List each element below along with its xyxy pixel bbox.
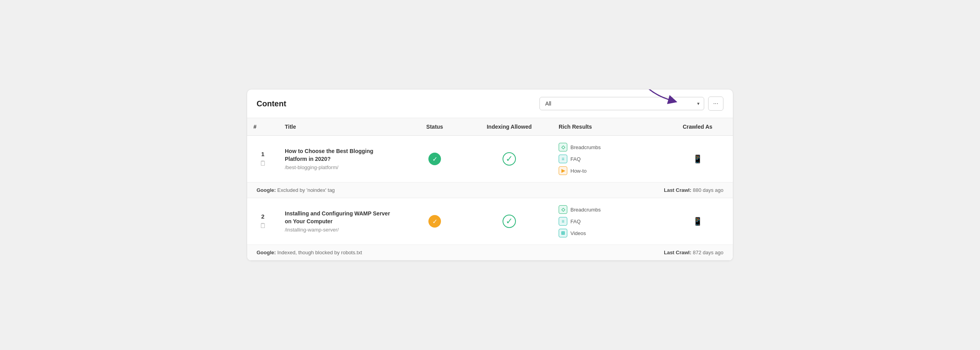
rich-result-faq-1: ≡ FAQ	[559, 155, 656, 163]
indexing-check-icon-1: ✓	[503, 152, 516, 166]
row-1-rich-results: ◇ Breadcrumbs ≡ FAQ ▶ How-to	[552, 136, 662, 182]
row-2-crawled-as: 📱	[662, 210, 733, 233]
row-2-footer-crawl: Last Crawl: 872 days ago	[664, 250, 723, 255]
rich-label-faq-1: FAQ	[570, 156, 581, 162]
col-rich-results: Rich Results	[552, 118, 662, 135]
row-2-status: ✓	[403, 208, 466, 235]
rich-result-videos-2: ⊞ Videos	[559, 229, 656, 237]
rich-result-faq-2: ≡ FAQ	[559, 217, 656, 226]
faq-icon: ≡	[559, 155, 567, 163]
row-num-2: 2 🗒	[253, 213, 272, 230]
row-2-number: 2	[261, 213, 264, 220]
row-1-number: 1	[261, 151, 264, 157]
col-crawled-as: Crawled As	[662, 118, 733, 135]
breadcrumbs-icon: ◇	[559, 143, 567, 151]
status-orange-icon: ✓	[428, 215, 441, 228]
table-row: 1 🗒 How to Choose the Best Blogging Plat…	[247, 136, 733, 182]
indexing-check-icon-2: ✓	[503, 215, 516, 228]
row-1-title: How to Choose the Best Blogging Platform…	[285, 148, 397, 163]
table-row-group-1: 1 🗒 How to Choose the Best Blogging Plat…	[247, 136, 733, 198]
status-green-icon: ✓	[428, 153, 441, 165]
row-1-crawled-as: 📱	[662, 147, 733, 171]
row-1-footer: Google: Excluded by 'noindex' tag Last C…	[247, 182, 733, 198]
rich-results-list-2: ◇ Breadcrumbs ≡ FAQ ⊞ Videos	[559, 205, 656, 237]
row-2-title: Installing and Configuring WAMP Server o…	[285, 210, 397, 225]
document-icon: 🗒	[260, 160, 266, 168]
row-1-num: 1 🗒	[247, 144, 279, 175]
row-2-num: 2 🗒	[247, 206, 279, 237]
row-1-title-cell: How to Choose the Best Blogging Platform…	[279, 140, 403, 177]
card-header: Content All ▾ ···	[247, 89, 733, 118]
row-2-footer: Google: Indexed, though blocked by robot…	[247, 244, 733, 260]
row-2-url: /installing-wamp-server/	[285, 227, 397, 233]
row-1-url: /best-blogging-platform/	[285, 164, 397, 170]
card-title: Content	[257, 99, 286, 108]
rich-label-breadcrumbs-2: Breadcrumbs	[570, 207, 601, 213]
rich-result-howto-1: ▶ How-to	[559, 166, 656, 175]
howto-icon: ▶	[559, 166, 567, 175]
row-1-footer-google: Google: Excluded by 'noindex' tag	[257, 187, 335, 193]
filter-dropdown[interactable]: All	[539, 97, 704, 110]
row-1-status: ✓	[403, 146, 466, 172]
mobile-icon-1: 📱	[693, 154, 703, 164]
faq-icon-2: ≡	[559, 217, 567, 226]
row-1-footer-crawl: Last Crawl: 880 days ago	[664, 187, 723, 193]
mobile-icon-2: 📱	[693, 217, 703, 226]
content-card: Content All ▾ ··· #	[247, 89, 733, 261]
rich-result-breadcrumbs-1: ◇ Breadcrumbs	[559, 143, 656, 151]
filter-dropdown-wrapper: All ▾	[539, 97, 704, 110]
col-indexing: Indexing Allowed	[466, 118, 552, 135]
header-right: All ▾ ···	[539, 97, 723, 111]
videos-icon: ⊞	[559, 229, 567, 237]
col-status: Status	[403, 118, 466, 135]
col-title: Title	[279, 118, 403, 135]
table-row-group-2: 2 🗒 Installing and Configuring WAMP Serv…	[247, 198, 733, 261]
rich-result-breadcrumbs-2: ◇ Breadcrumbs	[559, 205, 656, 214]
rich-label-faq-2: FAQ	[570, 219, 581, 224]
row-num-1: 1 🗒	[253, 151, 272, 168]
row-2-indexing: ✓	[466, 208, 552, 235]
more-options-button[interactable]: ···	[708, 97, 723, 111]
rich-label-breadcrumbs-1: Breadcrumbs	[570, 144, 601, 150]
row-2-title-cell: Installing and Configuring WAMP Server o…	[279, 203, 403, 240]
rich-label-howto-1: How-to	[570, 168, 587, 174]
row-2-rich-results: ◇ Breadcrumbs ≡ FAQ ⊞ Videos	[552, 198, 662, 244]
document-icon-2: 🗒	[260, 222, 266, 230]
rich-label-videos-2: Videos	[570, 230, 586, 236]
title-cell-2: Installing and Configuring WAMP Server o…	[285, 210, 397, 233]
rich-results-list-1: ◇ Breadcrumbs ≡ FAQ ▶ How-to	[559, 143, 656, 175]
table-row: 2 🗒 Installing and Configuring WAMP Serv…	[247, 198, 733, 244]
title-cell-1: How to Choose the Best Blogging Platform…	[285, 148, 397, 170]
breadcrumbs-icon-2: ◇	[559, 205, 567, 214]
row-2-footer-google: Google: Indexed, though blocked by robot…	[257, 250, 362, 255]
col-num: #	[247, 118, 279, 135]
row-1-indexing: ✓	[466, 145, 552, 173]
table-header: # Title Status Indexing Allowed Rich Res…	[247, 118, 733, 136]
